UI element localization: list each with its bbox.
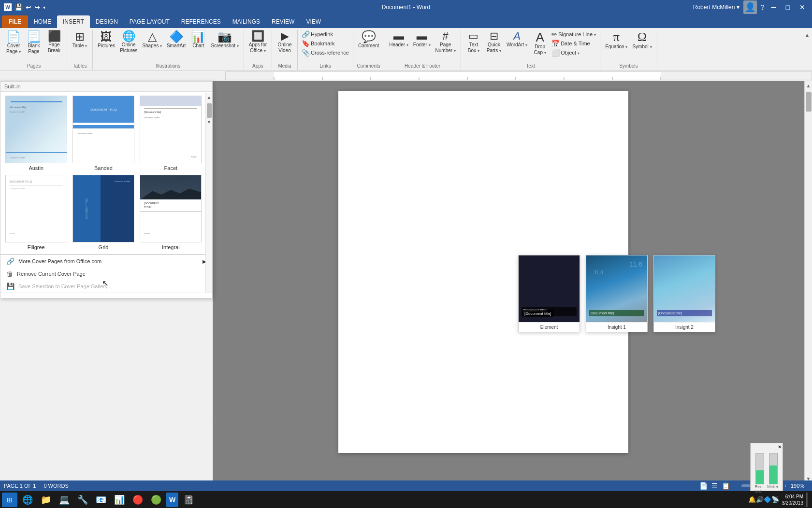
tab-insert[interactable]: INSERT [57, 15, 90, 28]
outlook-taskbar-button[interactable]: 📧 [93, 493, 109, 507]
view-full-reading[interactable]: ☰ [711, 482, 718, 490]
template-grid[interactable]: DOCUMENT TITLE Document subtitle Grid [72, 175, 135, 250]
more-cover-pages-icon: 🔗 [6, 257, 14, 265]
template-filigree[interactable]: [DOCUMENT TITLE] Document subtitle Autho… [4, 175, 68, 250]
tab-page-layout[interactable]: PAGE LAYOUT [124, 15, 175, 28]
settings-taskbar-button[interactable]: 🔧 [74, 493, 91, 507]
apps-group-label: Apps [247, 63, 269, 70]
ribbon-collapse[interactable]: ▲ [804, 30, 810, 70]
zoom-in-button[interactable]: + [784, 483, 787, 489]
minimize-button[interactable]: ─ [768, 3, 779, 11]
pictures-button[interactable]: 🖼 Pictures [96, 30, 117, 50]
table-button[interactable]: ⊞ Table ▾ [70, 30, 89, 50]
view-web-layout[interactable]: 📋 [722, 482, 730, 490]
cover-page-button[interactable]: 📄 CoverPage ▾ [4, 30, 23, 56]
page-number-button[interactable]: # PageNumber ▾ [434, 30, 458, 55]
online-pictures-button[interactable]: 🌐 OnlinePictures [118, 30, 139, 55]
tab-file[interactable]: FILE [2, 15, 28, 28]
blank-page-button[interactable]: 📃 BlankPage [24, 30, 44, 56]
explorer-taskbar-button[interactable]: 📁 [38, 493, 54, 507]
tab-design[interactable]: DESIGN [90, 15, 124, 28]
qat-more[interactable]: ▾ [43, 5, 45, 10]
bookmark-button[interactable]: 🔖 Bookmark [301, 39, 350, 48]
card-element[interactable]: [Document title] Subtitle Element [518, 255, 580, 332]
qat-save[interactable]: 💾 [14, 3, 23, 11]
tab-references[interactable]: REFERENCES [175, 15, 227, 28]
zoom-out-button[interactable]: ─ [734, 483, 738, 489]
template-facet[interactable]: [Document title] Document subtitle Page … [139, 96, 203, 171]
scroll-thumb-doc[interactable] [806, 92, 812, 112]
zoom-percent: 190% [791, 483, 808, 489]
text-box-button[interactable]: ▭ TextBox ▾ [464, 30, 483, 55]
page-number-label: PageNumber ▾ [435, 42, 456, 54]
quick-parts-button[interactable]: ⊟ QuickParts ▾ [484, 30, 504, 55]
firefox-taskbar-button[interactable]: 🔴 [130, 493, 146, 507]
tab-review[interactable]: REVIEW [266, 15, 300, 28]
qat-redo[interactable]: ↪ [34, 3, 40, 11]
screenshot-button[interactable]: 📷 Screenshot ▾ [209, 30, 240, 50]
hyperlink-button[interactable]: 🔗 Hyperlink [301, 30, 350, 39]
comment-button[interactable]: 💬 Comment [356, 30, 381, 50]
onenote-taskbar-button[interactable]: 📓 [180, 493, 197, 507]
facet-thumbnail: [Document title] Document subtitle Page … [140, 96, 202, 163]
tab-view[interactable]: VIEW [300, 15, 327, 28]
wordart-label: WordArt ▾ [507, 42, 527, 48]
start-button[interactable]: ⊞ [2, 493, 17, 507]
signature-line-button[interactable]: ✏ Signature Line ▾ [551, 30, 597, 39]
chart-button[interactable]: 📊 Chart [188, 30, 208, 50]
view-print-layout[interactable]: 📄 [699, 482, 708, 490]
template-integral[interactable]: [DOCUMENT TITLE] Author Integral [139, 175, 203, 250]
computer-taskbar-button[interactable]: 💻 [56, 493, 72, 507]
close-button[interactable]: ✕ [797, 3, 808, 11]
dropdown-header: Built-in [0, 82, 212, 92]
apps-for-office-button[interactable]: 🔲 Apps forOffice ▾ [247, 30, 269, 55]
element-card-image: [Document title] Subtitle [519, 255, 580, 322]
horizontal-ruler [225, 71, 812, 80]
chrome-taskbar-button[interactable]: 🟢 [148, 493, 164, 507]
tab-home[interactable]: HOME [28, 15, 57, 28]
volume-close-button[interactable]: ✕ [778, 444, 782, 450]
wordart-button[interactable]: A WordArt ▾ [505, 30, 529, 49]
page-break-button[interactable]: ⬛ PageBreak [44, 30, 64, 55]
scroll-thumb[interactable] [207, 103, 212, 118]
template-austin[interactable]: [document title] Document subtitle Docum… [4, 96, 68, 171]
footer-button[interactable]: ▬ Footer ▾ [411, 30, 433, 49]
cross-reference-button[interactable]: 📎 Cross-reference [301, 48, 350, 57]
equation-button[interactable]: π Equation ▾ [603, 30, 629, 51]
shapes-button[interactable]: △ Shapes ▾ [140, 30, 164, 50]
object-label: Object ▾ [561, 50, 580, 56]
scroll-up-arrow[interactable]: ▲ [205, 93, 213, 101]
user-name[interactable]: Robert McMillen ▾ [693, 4, 740, 11]
scroll-up[interactable]: ▲ [804, 81, 812, 90]
smartart-button[interactable]: 🔷 SmartArt [165, 30, 188, 50]
scroll-down-arrow[interactable]: ▼ [205, 118, 213, 126]
drop-cap-button[interactable]: A DropCap ▾ [530, 30, 550, 56]
template-banded[interactable]: [DOCUMENT TITLE] Document subtitle Bande… [72, 96, 135, 171]
qat-undo[interactable]: ↩ [26, 3, 31, 11]
card-insight1[interactable]: 11.6 31.8 [Document title] Insight 1 [586, 255, 648, 332]
symbol-button[interactable]: Ω Symbol ▾ [630, 30, 653, 51]
cross-reference-label: Cross-reference [311, 50, 349, 56]
tray-clock: 6:04 PM 3/20/2013 [782, 494, 804, 506]
tab-mailings[interactable]: MAILINGS [227, 15, 266, 28]
object-button[interactable]: ⬜ Object ▾ [551, 48, 597, 57]
online-video-button[interactable]: ▶ OnlineVideo [275, 30, 294, 55]
header-footer-group-content: ▬ Header ▾ ▬ Footer ▾ # PageNumber ▾ [387, 30, 458, 63]
more-cover-pages-action[interactable]: 🔗 More Cover Pages from Office.com ▶ [0, 255, 212, 268]
rec-bar [755, 453, 764, 484]
excel-taskbar-button[interactable]: 📊 [111, 493, 128, 507]
help-icon[interactable]: ? [761, 3, 765, 11]
doc-scrollbar[interactable]: ▲ ▼ [804, 81, 812, 483]
restore-button[interactable]: □ [783, 3, 793, 11]
ie-taskbar-button[interactable]: 🌐 [19, 493, 36, 507]
word-taskbar-button[interactable]: W [166, 493, 178, 507]
card-insight2[interactable]: [Document title] Insight 2 [653, 255, 715, 332]
dropdown-scrollbar[interactable]: ▲ ▼ [205, 93, 212, 298]
title-bar: W 💾 ↩ ↪ ▾ Document1 - Word Robert McMill… [0, 0, 812, 14]
cover-page-dropdown: Built-in [document title] Document subti… [0, 81, 213, 298]
show-desktop-button[interactable] [806, 493, 808, 507]
title-bar-title: Document1 - Word [382, 4, 430, 11]
header-button[interactable]: ▬ Header ▾ [387, 30, 410, 49]
date-time-button[interactable]: 📅 Date & Time [551, 39, 597, 48]
links-col: 🔗 Hyperlink 🔖 Bookmark 📎 Cross-reference [301, 30, 350, 57]
